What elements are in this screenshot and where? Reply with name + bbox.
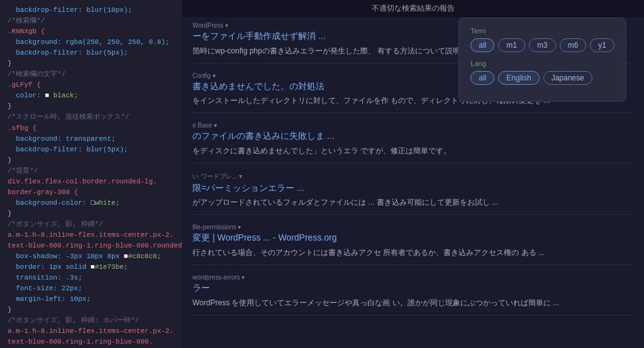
- result-item: file-permissions ▾変更 | WordPress ... - W…: [192, 224, 634, 265]
- code-line: }: [8, 209, 175, 219]
- code-line: color: ■ black;: [8, 90, 175, 101]
- code-line: background-color: □white;: [8, 198, 175, 209]
- result-snippet: WordPress を使用していてエラーメッセージや真っ白な画 い。誰かが同じ現…: [192, 297, 634, 308]
- lang-label: Lang: [470, 60, 614, 67]
- code-line: }: [8, 58, 175, 69]
- page-header: 不適切な検索結果の報告: [182, 0, 644, 17]
- code-line: a.m-1.h-8.inline-flex.items-center.px-2.: [8, 230, 175, 241]
- code-line: /*ボタンサイズ, 影, 枠締*/: [8, 219, 175, 230]
- lang-tags: allEnglishJapanese: [470, 71, 614, 85]
- term-tags: allm1m3m6y1: [470, 38, 614, 52]
- code-line: div.flex.flex-col.border.rounded-lg.: [8, 177, 175, 187]
- code-line: background: rgba(250, 250, 250, 0.8);: [8, 37, 175, 48]
- term-label: Term: [470, 27, 614, 35]
- code-line: box-shadow: -3px 10px 8px ■#c8c8c8;: [8, 251, 175, 262]
- result-source: e Base ▾: [192, 122, 634, 129]
- result-item: e Base ▾のファイルの書き込みに失敗しま ...をディスクに書き込めません…: [192, 122, 634, 163]
- code-line: transition: .3s;: [8, 273, 175, 283]
- code-line: text-blue-600.ring-1.ring-blue-600.: [8, 337, 175, 347]
- code-panel: backdrop-filter: blur(10px);/*検索欄*/.RNNX…: [0, 0, 182, 348]
- code-line: border: 1px solid ■#1e73be;: [8, 262, 175, 273]
- filter-popup: Term allm1m3m6y1 Lang allEnglishJapanese: [458, 18, 626, 102]
- code-line: .sfbg {: [8, 123, 175, 134]
- lang-tag-English[interactable]: English: [498, 71, 539, 85]
- code-line: font-size: 22px;: [8, 283, 175, 294]
- result-title[interactable]: ラー: [192, 282, 634, 295]
- term-tag-all[interactable]: all: [470, 38, 494, 52]
- code-line: /*検索欄*/: [8, 16, 175, 26]
- term-tag-m6[interactable]: m6: [560, 38, 587, 52]
- code-line: text-blue-600.ring-1.ring-blue-600.round…: [8, 241, 175, 251]
- term-tag-m1[interactable]: m1: [498, 38, 525, 52]
- code-line: }: [8, 101, 175, 112]
- code-line: /*スクロール時, 追従検索ボックス*/: [8, 112, 175, 122]
- result-item: い ワードプレ... ▾限=パーミッションエラー ...がアップロードされている…: [192, 172, 634, 215]
- result-snippet: がアップロードされているフォルダとファイルには ... 書き込み可能にして更新を…: [192, 197, 634, 208]
- code-line: .gLFyf {: [8, 80, 175, 90]
- code-line: background: transparent;: [8, 134, 175, 144]
- code-line: /*背景*/: [8, 166, 175, 177]
- code-line: /*検索欄の文字*/: [8, 69, 175, 80]
- lang-tag-all[interactable]: all: [470, 71, 494, 85]
- code-line: backdrop-filter: blur(10px);: [8, 5, 175, 16]
- code-line: margin-left: 10px;: [8, 294, 175, 305]
- result-source: い ワードプレ... ▾: [192, 172, 634, 181]
- result-source: wordpress-errors ▾: [192, 274, 634, 281]
- code-line: backdrop-filter: blur(5px);: [8, 48, 175, 58]
- result-title[interactable]: 限=パーミッションエラー ...: [192, 182, 634, 195]
- result-title[interactable]: のファイルの書き込みに失敗しま ...: [192, 130, 634, 143]
- result-snippet: をディスクに書き込めませんでした」というエラ ですが、修正は簡単です。: [192, 145, 634, 156]
- code-line: }: [8, 155, 175, 166]
- lang-tag-Japanese[interactable]: Japanese: [543, 71, 592, 85]
- code-line: a.m-1.h-8.inline-flex.items-center.px-2.: [8, 326, 175, 337]
- code-line: /*ボタンサイズ, 影, 枠締: ホバー時*/: [8, 315, 175, 326]
- page-header-title: 不適切な検索結果の報告: [372, 3, 455, 14]
- result-source: file-permissions ▾: [192, 224, 634, 231]
- term-tag-y1[interactable]: y1: [590, 38, 614, 52]
- results-panel: 不適切な検索結果の報告 Term allm1m3m6y1 Lang allEng…: [182, 0, 644, 348]
- code-line: border-gray-300 {: [8, 187, 175, 198]
- term-tag-m3[interactable]: m3: [529, 38, 556, 52]
- result-item: wordpress-errors ▾ラーWordPress を使用していてエラー…: [192, 274, 634, 315]
- code-line: backdrop-filter: blur(5px);: [8, 144, 175, 155]
- code-line: }: [8, 305, 175, 315]
- result-snippet: 行されている場合、そのアカウントには書き込みアクセ 所有者であるか、書き込みアク…: [192, 247, 634, 258]
- code-line: .RNNXgb {: [8, 26, 175, 37]
- result-title[interactable]: 変更 | WordPress ... - WordPress.org: [192, 232, 634, 244]
